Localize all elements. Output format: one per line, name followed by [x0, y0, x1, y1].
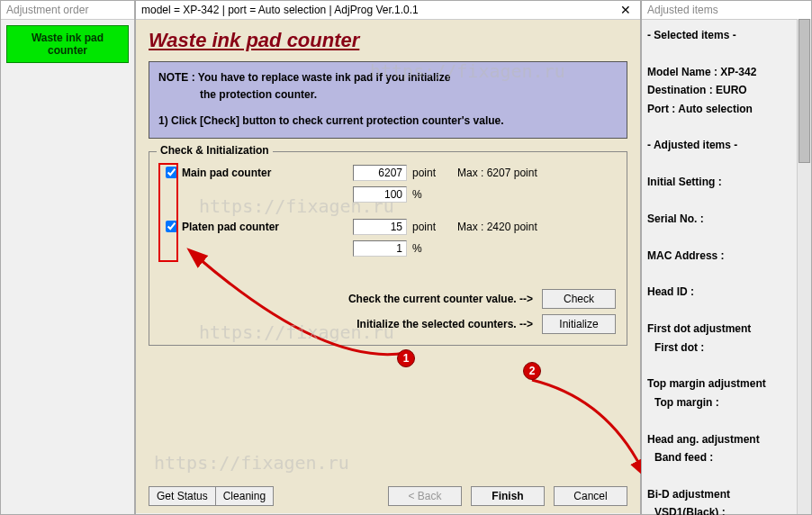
- scroll-thumb[interactable]: [798, 19, 810, 163]
- page-heading: Waste ink pad counter: [149, 29, 627, 52]
- cleaning-button[interactable]: Cleaning: [215, 486, 274, 506]
- bottom-bar: Get Status Cleaning < Back Finish Cancel: [149, 486, 627, 506]
- main-pad-unit: point: [412, 167, 457, 179]
- main-pad-label: Main pad counter: [182, 167, 353, 179]
- platen-pad-max: Max : 2420 point: [457, 221, 537, 233]
- note-box: NOTE : You have to replace waste ink pad…: [149, 61, 627, 139]
- right-fda: First dot adjustment: [647, 320, 791, 338]
- check-button[interactable]: Check: [542, 289, 616, 309]
- right-haa: Head ang. adjustment: [647, 430, 791, 448]
- left-panel: Adjustment order Waste ink pad counter: [0, 0, 135, 515]
- right-dest: Destination : EURO: [647, 81, 791, 99]
- platen-pad-value: 15: [353, 219, 407, 235]
- check-text: Check the current counter value. -->: [348, 293, 533, 305]
- close-icon[interactable]: ✕: [617, 3, 635, 17]
- action-area: Check the current counter value. --> Che…: [160, 284, 616, 334]
- waste-ink-pad-button[interactable]: Waste ink pad counter: [6, 25, 129, 63]
- right-v1: VSD1(Black) :: [647, 503, 791, 515]
- right-h1: - Selected items -: [647, 26, 791, 44]
- main-pad-pct-row: 100 %: [353, 186, 616, 203]
- right-tma: Top margin adjustment: [647, 375, 791, 393]
- back-button: < Back: [388, 486, 462, 506]
- main-pad-pct: 100: [353, 186, 407, 203]
- main-pad-row: Main pad counter 6207 point Max : 6207 p…: [160, 165, 616, 181]
- platen-pad-label: Platen pad counter: [182, 221, 353, 233]
- check-init-fieldset: Check & Initialization Main pad counter …: [149, 151, 627, 346]
- left-panel-title: Adjustment order: [1, 1, 134, 20]
- finish-button[interactable]: Finish: [471, 486, 545, 506]
- right-head: Head ID :: [647, 283, 791, 301]
- main-pad-max: Max : 6207 point: [457, 167, 537, 179]
- note-line-2: the protection counter.: [158, 86, 618, 104]
- platen-pad-pct: 1: [353, 240, 407, 257]
- right-h2: - Adjusted items -: [647, 136, 791, 154]
- right-port: Port : Auto selection: [647, 100, 791, 118]
- center-panel: model = XP-342 | port = Auto selection |…: [135, 0, 641, 515]
- right-initial: Initial Setting :: [647, 173, 791, 191]
- right-model: Model Name : XP-342: [647, 63, 791, 81]
- annotation-badge-1: 1: [397, 349, 415, 367]
- note-line-1: NOTE : You have to replace waste ink pad…: [158, 69, 618, 86]
- main-pad-pct-unit: %: [412, 188, 422, 201]
- platen-pad-unit: point: [412, 221, 457, 233]
- right-fda2: First dot :: [647, 339, 791, 357]
- get-status-button[interactable]: Get Status: [149, 486, 215, 506]
- dialog-titlebar: model = XP-342 | port = Auto selection |…: [136, 1, 640, 20]
- right-mac: MAC Address :: [647, 247, 791, 265]
- cancel-button[interactable]: Cancel: [554, 486, 627, 506]
- init-text: Initialize the selected counters. -->: [356, 318, 533, 330]
- right-panel-title: Adjusted items: [642, 1, 811, 20]
- platen-pad-pct-row: 1 %: [353, 240, 616, 257]
- initialize-button[interactable]: Initialize: [542, 314, 616, 334]
- watermark: https://fixagen.ru: [154, 452, 349, 474]
- note-line-3: 1) Click [Check] button to check current…: [158, 113, 618, 130]
- annotation-highlight-box: [158, 163, 178, 262]
- platen-pad-row: Platen pad counter 15 point Max : 2420 p…: [160, 219, 616, 235]
- fieldset-legend: Check & Initialization: [157, 144, 273, 157]
- scrollbar[interactable]: [797, 19, 811, 514]
- right-panel: Adjusted items - Selected items - Model …: [641, 0, 812, 515]
- annotation-badge-2: 2: [523, 362, 541, 380]
- right-tma2: Top margin :: [647, 393, 791, 411]
- right-haa2: Band feed :: [647, 448, 791, 466]
- right-serial: Serial No. :: [647, 210, 791, 228]
- right-bid: Bi-D adjustment: [647, 485, 791, 503]
- platen-pad-pct-unit: %: [412, 242, 422, 255]
- main-pad-value: 6207: [353, 165, 407, 181]
- dialog-title: model = XP-342 | port = Auto selection |…: [141, 4, 419, 16]
